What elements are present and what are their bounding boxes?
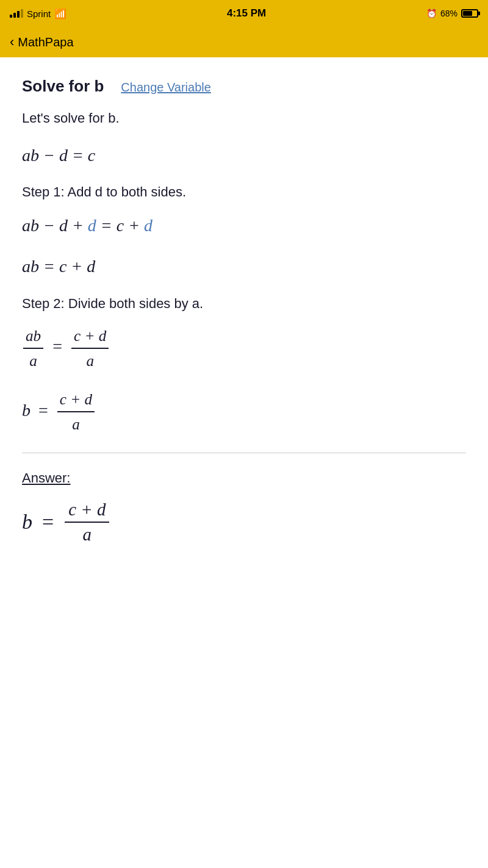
carrier-label: Sprint [27, 9, 51, 19]
back-arrow-icon[interactable]: ‹ [10, 34, 14, 50]
answer-frac: c + d a [65, 500, 109, 545]
nav-bar: ‹ MathPapa [0, 27, 488, 57]
step1-label: Step 1: Add d to both sides. [22, 184, 466, 200]
answer-b: b [22, 511, 32, 534]
time-display: 4:15 PM [227, 7, 266, 20]
step2b-frac: c + d a [57, 389, 95, 436]
alarm-icon: ⏰ [426, 9, 437, 18]
intro-text: Let's solve for b. [22, 110, 466, 126]
solve-header: Solve for b Change Variable [22, 77, 466, 96]
signal-bars-icon [10, 9, 23, 18]
step1-equation-a: ab − d + d = c + d [22, 213, 466, 237]
status-left: Sprint 📶 [10, 8, 66, 20]
wifi-icon: 📶 [54, 8, 66, 20]
answer-equals: = [42, 511, 54, 534]
step2-equation-a: ab a = c + d a [22, 325, 466, 372]
original-equation: ab − d = c [22, 143, 466, 167]
section-divider [22, 453, 466, 453]
step2a-left-frac: ab a [23, 325, 43, 372]
battery-icon [461, 9, 478, 18]
solve-title: Solve for b [22, 77, 104, 96]
answer-equation: b = c + d a [22, 500, 466, 545]
status-bar: Sprint 📶 4:15 PM ⏰ 68% [0, 0, 488, 27]
battery-percent: 68% [440, 9, 458, 18]
step2a-right-frac: c + d a [71, 325, 109, 372]
answer-label: Answer: [22, 470, 466, 486]
status-right: ⏰ 68% [426, 9, 478, 18]
step2-label: Step 2: Divide both sides by a. [22, 296, 466, 312]
step2-equation-b: b = c + d a [22, 389, 466, 436]
change-variable-link[interactable]: Change Variable [121, 81, 211, 95]
step1-equation-b: ab = c + d [22, 254, 466, 278]
nav-title[interactable]: MathPapa [18, 35, 73, 49]
main-content: Solve for b Change Variable Let's solve … [0, 57, 488, 596]
